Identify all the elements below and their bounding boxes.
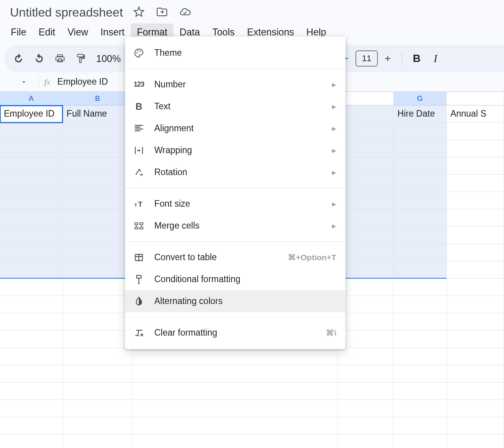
menu-item-label: Text [154,101,332,112]
menu-item-label: Alternating colors [154,296,336,306]
number-123-icon: 123 [133,79,145,91]
name-box-dropdown[interactable] [15,75,33,89]
format-menu-font-size[interactable]: TTFont size▶ [125,193,345,215]
wrap-text-icon [133,144,145,157]
move-to-folder-icon[interactable] [156,6,168,19]
conditional-format-icon [133,273,145,286]
svg-text:T: T [138,200,143,208]
menu-item-label: Convert to table [154,252,288,262]
menu-file[interactable]: File [5,23,32,41]
font-size-input[interactable]: 11 [355,50,378,67]
format-menu-merge-cells[interactable]: Merge cells▶ [125,215,345,237]
font-size-icon: TT [133,198,145,210]
format-menu-text[interactable]: BText▶ [125,95,345,117]
alternating-colors-icon [133,295,145,308]
palette-icon [133,47,145,59]
format-menu-convert-to-table[interactable]: Convert to table⌘+Option+T [125,246,345,268]
svg-point-0 [136,52,137,53]
menu-item-label: Clear formatting [154,328,326,338]
paint-format-button[interactable] [72,49,90,68]
format-menu-theme[interactable]: Theme [125,42,345,64]
format-menu-rotation[interactable]: Rotation▶ [125,161,345,183]
menu-edit[interactable]: Edit [32,23,61,41]
redo-button[interactable] [30,49,48,68]
submenu-arrow-icon: ▶ [332,147,336,154]
menu-item-label: Conditional formatting [154,274,336,284]
column-header-b[interactable]: B [63,92,133,105]
column-header-g[interactable]: G [394,92,446,105]
bold-icon: B [133,100,145,113]
menu-separator [125,69,345,69]
bold-button[interactable]: B [407,52,426,65]
merge-cells-icon [133,220,145,232]
submenu-arrow-icon: ▶ [332,82,336,88]
submenu-arrow-icon: ▶ [332,201,336,207]
format-menu-clear-formatting[interactable]: Clear formatting⌘\ [125,322,345,344]
menu-view[interactable]: View [61,23,94,41]
rotate-text-icon [133,166,145,179]
submenu-arrow-icon: ▶ [332,223,336,229]
menu-item-label: Number [154,79,332,90]
svg-point-2 [140,50,141,52]
format-menu-alignment[interactable]: Alignment▶ [125,117,345,139]
format-menu-conditional-formatting[interactable]: Conditional formatting [125,268,345,290]
format-menu-wrapping[interactable]: Wrapping▶ [125,139,345,161]
cell-B1[interactable]: Full Name [63,105,133,123]
italic-button[interactable]: I [428,52,442,65]
format-menu-dropdown: Theme123Number▶BText▶Alignment▶Wrapping▶… [125,37,345,349]
print-button[interactable] [51,49,69,68]
document-title[interactable]: Untitled spreadsheet [8,5,125,20]
keyboard-shortcut: ⌘+Option+T [288,253,336,262]
clear-format-icon [133,327,145,339]
format-menu-number[interactable]: 123Number▶ [125,74,345,95]
toolbar-separator [402,52,402,65]
menu-item-label: Wrapping [154,145,332,155]
submenu-arrow-icon: ▶ [332,104,336,110]
svg-point-1 [138,50,139,52]
menu-separator [125,317,345,317]
cloud-status-icon[interactable] [179,6,191,19]
star-icon[interactable] [133,6,145,19]
cell-G1[interactable]: Hire Date [394,105,447,123]
formula-input[interactable]: Employee ID [57,77,108,87]
cell-H1[interactable]: Annual S [447,105,504,123]
menu-item-label: Theme [154,48,336,58]
keyboard-shortcut: ⌘\ [326,328,336,338]
svg-text:T: T [134,202,137,207]
format-menu-alternating-colors[interactable]: Alternating colors [125,290,345,312]
menu-separator [125,188,345,188]
menu-separator [125,241,345,242]
zoom-level[interactable]: 100% [92,53,125,64]
fx-icon: fx [44,77,50,87]
undo-button[interactable] [9,49,28,68]
menu-item-label: Alignment [154,123,332,134]
align-left-icon [133,122,145,135]
increase-font-size-button[interactable]: + [379,50,396,67]
menu-item-label: Rotation [154,167,332,177]
menu-item-label: Merge cells [154,221,332,231]
menu-item-label: Font size [154,199,332,209]
submenu-arrow-icon: ▶ [332,125,336,132]
active-cell[interactable]: Employee ID [0,105,63,123]
submenu-arrow-icon: ▶ [332,169,336,176]
table-icon [133,251,145,264]
column-header-a[interactable]: A [0,92,63,105]
